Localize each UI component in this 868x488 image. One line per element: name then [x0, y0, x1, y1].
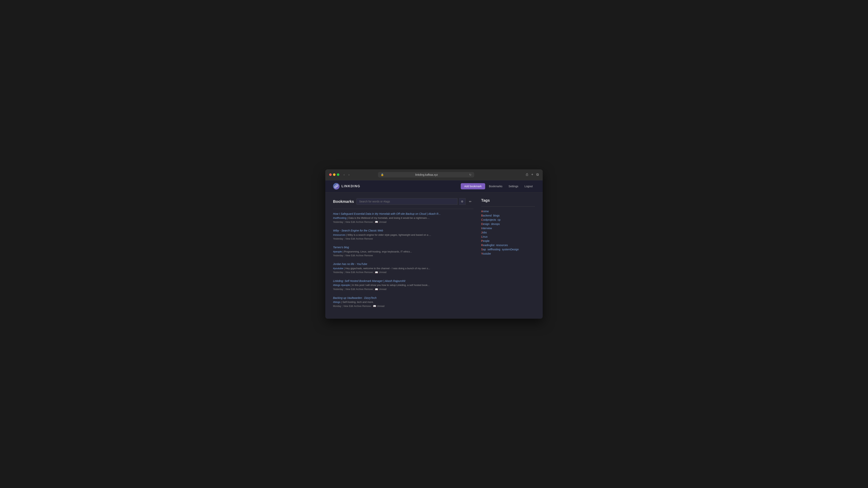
view-link[interactable]: View — [345, 254, 350, 257]
remove-link[interactable]: Remove — [364, 271, 373, 274]
archive-link[interactable]: Archive — [356, 221, 364, 223]
unread-badge[interactable]: 📖 Unread — [375, 288, 386, 291]
refresh-icon[interactable]: ↻ — [469, 173, 471, 176]
view-link[interactable]: View — [345, 271, 350, 274]
tag-link[interactable]: #blogs — [333, 284, 340, 286]
tag-coolprojects[interactable]: Coolprojects — [481, 218, 496, 221]
tag-resources[interactable]: resources — [496, 244, 508, 247]
search-input[interactable] — [356, 198, 458, 205]
tag-readinglist[interactable]: Readinglist — [481, 244, 494, 247]
unread-badge[interactable]: 📖 Unread — [375, 220, 386, 223]
browser-window: ‹ › 🔒 linkding.kafkaa.xyz ↻ ⎙ + ⧉ — [325, 169, 543, 319]
remove-link[interactable]: Remove — [364, 288, 373, 291]
share-button[interactable]: ⎙ — [526, 173, 528, 177]
book-icon: 📖 — [375, 220, 378, 223]
list-item: Wiby - Search Engine for the Classic Web… — [333, 229, 473, 241]
logo-area: LINKDING — [333, 183, 360, 189]
section-header: Bookmarks ⚙ ✏ — [333, 198, 473, 205]
tags-row: Sap selfhosting systemDesign — [481, 248, 535, 251]
app-content: LINKDING Add bookmark Bookmarks Settings… — [325, 180, 543, 319]
tag-systemdesign[interactable]: systemDesign — [502, 248, 519, 251]
edit-link[interactable]: Edit — [351, 254, 355, 257]
bookmark-actions: Yesterday | View Edit Archive Remove — [333, 254, 473, 257]
view-link[interactable]: View — [345, 221, 350, 223]
archive-link[interactable]: Archive — [356, 288, 364, 291]
tag-people[interactable]: People — [481, 239, 490, 242]
remove-link[interactable]: Remove — [364, 238, 373, 240]
tag-jobs[interactable]: Jobs — [481, 231, 487, 234]
tag-link-2[interactable]: #people — [341, 284, 350, 286]
unread-label: Unread — [379, 288, 386, 291]
bookmark-actions: Yesterday | View Edit Archive Remove | 📖… — [333, 288, 473, 291]
bookmark-description: | In this post I will show you how to se… — [351, 284, 430, 286]
tag-anime[interactable]: Anime — [481, 210, 489, 213]
tags-row: Backend blogs — [481, 214, 535, 217]
new-tab-button[interactable]: + — [531, 173, 533, 177]
remove-link[interactable]: Remove — [364, 221, 373, 223]
bookmark-title[interactable]: Backing up Vaultwarden · DizzyTech — [333, 296, 376, 299]
edit-link[interactable]: Edit — [351, 288, 355, 291]
bookmark-title[interactable]: Linkding: Self Hosted Bookmark Manager |… — [333, 279, 405, 282]
logo-icon — [333, 183, 340, 189]
close-button[interactable] — [329, 173, 332, 176]
archive-link[interactable]: Archive — [356, 254, 364, 257]
back-button[interactable]: ‹ — [342, 173, 346, 177]
tag-selfhosting[interactable]: selfhosting — [488, 248, 500, 251]
logout-nav-link[interactable]: Logout — [522, 183, 535, 189]
address-bar[interactable]: 🔒 linkding.kafkaa.xyz ↻ — [378, 172, 474, 177]
archive-link[interactable]: Archive — [356, 238, 364, 240]
bookmark-meta: #youtube | Hey gigachads, welcome to the… — [333, 267, 473, 270]
tag-linux[interactable]: Linux — [481, 235, 488, 238]
bookmark-actions: Yesterday | View Edit Archive Remove — [333, 238, 473, 240]
tags-section: Tags Anime Backend blogs Coolprojects cp — [481, 198, 535, 313]
minimize-button[interactable] — [333, 173, 336, 176]
tag-cp[interactable]: cp — [498, 218, 501, 221]
maximize-button[interactable] — [337, 173, 339, 176]
bookmark-date: Monday — [333, 305, 341, 307]
tag-design[interactable]: Design — [481, 222, 490, 225]
search-edit-button[interactable]: ✏ — [467, 198, 473, 205]
bookmarks-nav-link[interactable]: Bookmarks — [487, 183, 505, 189]
bookmark-date: Yesterday — [333, 238, 343, 240]
bookmark-title[interactable]: Tarneo's blog — [333, 246, 349, 249]
remove-link[interactable]: Remove — [364, 254, 373, 257]
tag-devops[interactable]: devops — [491, 222, 500, 225]
unread-label: Unread — [379, 271, 386, 274]
tag-link[interactable]: #blogs — [333, 301, 340, 303]
unread-badge[interactable]: 📖 Unread — [373, 305, 384, 307]
bookmark-title[interactable]: Wiby - Search Engine for the Classic Web — [333, 229, 383, 232]
bookmark-title[interactable]: How I Safeguard Essential Data in My Hom… — [333, 212, 440, 215]
tag-sap[interactable]: Sap — [481, 248, 486, 251]
edit-link[interactable]: Edit — [351, 238, 355, 240]
tag-youtube[interactable]: Youtube — [481, 252, 491, 255]
bookmark-title[interactable]: Jordan has no life - YouTube — [333, 263, 367, 266]
view-link[interactable]: View — [343, 305, 348, 307]
tag-link[interactable]: #people — [333, 250, 342, 253]
view-link[interactable]: View — [345, 238, 350, 240]
nav-links: Add bookmark Bookmarks Settings Logout — [461, 183, 535, 189]
tag-link[interactable]: #youtube — [333, 267, 343, 270]
search-filter-button[interactable]: ⚙ — [459, 198, 466, 205]
bookmark-meta: #blogs | Self-hosting, tech and more. — [333, 300, 473, 304]
edit-link[interactable]: Edit — [349, 305, 353, 307]
unread-badge[interactable]: 📖 Unread — [375, 271, 386, 274]
tag-interview[interactable]: Interview — [481, 227, 492, 230]
view-link[interactable]: View — [345, 288, 350, 291]
archive-link[interactable]: Archive — [356, 271, 364, 274]
app-title: LINKDING — [341, 184, 360, 188]
archive-link[interactable]: Archive — [354, 305, 362, 307]
tag-link[interactable]: #resources — [333, 234, 345, 236]
settings-nav-link[interactable]: Settings — [506, 183, 521, 189]
edit-link[interactable]: Edit — [351, 221, 355, 223]
tag-link[interactable]: #selfhosting — [333, 216, 346, 219]
edit-link[interactable]: Edit — [351, 271, 355, 274]
bookmark-description: | Wiby is a search engine for older styl… — [346, 234, 431, 236]
tabs-button[interactable]: ⧉ — [536, 173, 539, 177]
traffic-lights — [329, 173, 339, 176]
remove-link[interactable]: Remove — [362, 305, 371, 307]
forward-button[interactable]: › — [347, 173, 350, 177]
tag-blogs[interactable]: blogs — [493, 214, 500, 217]
tag-backend[interactable]: Backend — [481, 214, 492, 217]
bookmark-description: | Data is the lifeblood of my homelab, a… — [347, 216, 430, 219]
add-bookmark-button[interactable]: Add bookmark — [461, 183, 485, 189]
